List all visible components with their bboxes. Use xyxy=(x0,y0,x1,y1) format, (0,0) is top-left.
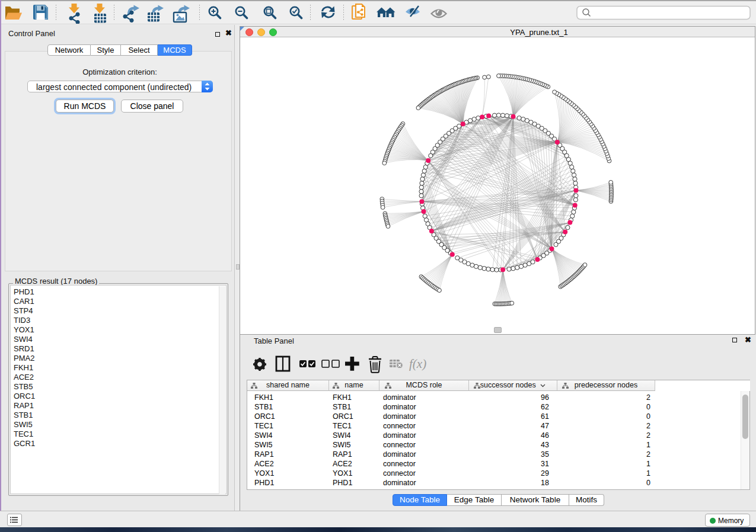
svg-text:f(x): f(x) xyxy=(409,357,426,371)
